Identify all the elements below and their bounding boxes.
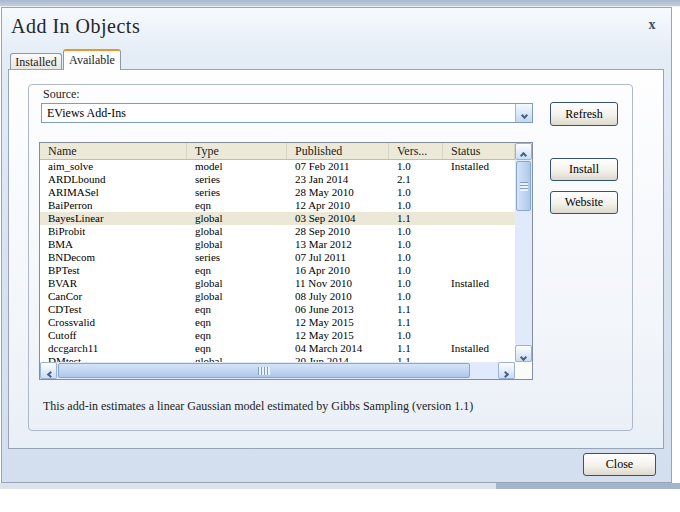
- cell-type: eqn: [187, 303, 287, 316]
- cell-published: 03 Sep 20104: [287, 212, 389, 225]
- table-row[interactable]: BPTesteqn16 Apr 20101.0: [40, 264, 515, 277]
- cell-status: Installed: [443, 342, 515, 355]
- website-button[interactable]: Website: [550, 191, 618, 214]
- table-row[interactable]: ARIMASelseries28 May 20101.0: [40, 186, 515, 199]
- cell-name: Crossvalid: [40, 316, 187, 329]
- cell-published: 12 Apr 2010: [287, 199, 389, 212]
- column-header-type[interactable]: Type: [187, 143, 287, 159]
- table-row[interactable]: BayesLinearglobal03 Sep 201041.1: [40, 212, 515, 225]
- source-combobox[interactable]: EViews Add-Ins: [41, 103, 533, 123]
- background-window-edge: [496, 483, 680, 489]
- scroll-left-button[interactable]: [40, 362, 57, 379]
- horizontal-scroll-thumb[interactable]: [58, 363, 470, 378]
- cell-type: eqn: [187, 342, 287, 355]
- cell-version: 1.0: [389, 225, 443, 238]
- table-header: NameTypePublishedVers...Status: [40, 143, 515, 160]
- cell-name: dccgarch11: [40, 342, 187, 355]
- cell-version: 1.0: [389, 199, 443, 212]
- column-header-version[interactable]: Vers...: [389, 143, 443, 159]
- cell-version: 1.1: [389, 303, 443, 316]
- scroll-down-button[interactable]: [515, 345, 532, 362]
- table-row[interactable]: Cutoffeqn12 May 20151.0: [40, 329, 515, 342]
- cell-name: BMA: [40, 238, 187, 251]
- table-row[interactable]: aim_solvemodel07 Feb 20111.0Installed: [40, 160, 515, 173]
- column-header-name[interactable]: Name: [40, 143, 187, 159]
- cell-name: CanCor: [40, 290, 187, 303]
- cell-type: model: [187, 160, 287, 173]
- cell-published: 04 March 2014: [287, 342, 389, 355]
- cell-version: 1.1: [389, 355, 443, 362]
- cell-version: 1.0: [389, 251, 443, 264]
- table-row[interactable]: ARDLboundseries23 Jan 20142.1: [40, 173, 515, 186]
- cell-type: global: [187, 290, 287, 303]
- vertical-scrollbar[interactable]: [515, 143, 532, 362]
- cell-version: 1.1: [389, 342, 443, 355]
- table-row[interactable]: Crossvalideqn12 May 20151.1: [40, 316, 515, 329]
- refresh-button[interactable]: Refresh: [550, 102, 618, 126]
- install-button[interactable]: Install: [550, 158, 618, 181]
- scroll-right-button[interactable]: [498, 362, 515, 379]
- dialog-title: Add In Objects: [11, 15, 140, 38]
- table-row[interactable]: BiProbitglobal28 Sep 20101.0: [40, 225, 515, 238]
- column-header-status[interactable]: Status: [443, 143, 515, 159]
- cell-version: 1.0: [389, 238, 443, 251]
- cell-status: [443, 329, 515, 342]
- cell-version: 1.0: [389, 277, 443, 290]
- cell-status: [443, 225, 515, 238]
- chevron-left-icon: [46, 371, 53, 378]
- background-window-edge: [0, 0, 680, 7]
- cell-type: global: [187, 225, 287, 238]
- cell-published: 07 Feb 2011: [287, 160, 389, 173]
- cell-status: Installed: [443, 277, 515, 290]
- cell-published: 16 Apr 2010: [287, 264, 389, 277]
- scrollbar-corner: [515, 362, 532, 379]
- cell-type: eqn: [187, 329, 287, 342]
- cell-version: 1.0: [389, 160, 443, 173]
- table-body: aim_solvemodel07 Feb 20111.0InstalledARD…: [40, 160, 515, 362]
- cell-type: series: [187, 251, 287, 264]
- vertical-scroll-thumb[interactable]: [516, 161, 531, 211]
- cell-type: series: [187, 186, 287, 199]
- horizontal-scrollbar[interactable]: [40, 362, 515, 379]
- cell-name: ARDLbound: [40, 173, 187, 186]
- background-window-edge: [0, 483, 496, 489]
- scroll-thumb-grip: [258, 367, 270, 375]
- scroll-up-button[interactable]: [515, 143, 532, 160]
- cell-status: [443, 199, 515, 212]
- column-header-published[interactable]: Published: [287, 143, 389, 159]
- cell-status: [443, 316, 515, 329]
- tab-installed[interactable]: Installed: [10, 53, 62, 70]
- table-row[interactable]: BVARglobal11 Nov 20101.0Installed: [40, 277, 515, 290]
- cell-published: 08 July 2010: [287, 290, 389, 303]
- table-row[interactable]: BaiPerroneqn12 Apr 20101.0: [40, 199, 515, 212]
- table-row[interactable]: DMtestglobal20 Jun 20141.1: [40, 355, 515, 362]
- cell-status: [443, 251, 515, 264]
- cell-type: eqn: [187, 264, 287, 277]
- cell-name: Cutoff: [40, 329, 187, 342]
- cell-published: 07 Jul 2011: [287, 251, 389, 264]
- close-icon[interactable]: x: [643, 16, 661, 34]
- close-button[interactable]: Close: [583, 453, 656, 476]
- cell-name: BiProbit: [40, 225, 187, 238]
- cell-name: BaiPerron: [40, 199, 187, 212]
- tab-available[interactable]: Available: [63, 49, 121, 70]
- cell-published: 13 Mar 2012: [287, 238, 389, 251]
- cell-status: [443, 186, 515, 199]
- table-row[interactable]: CDTesteqn06 June 20131.1: [40, 303, 515, 316]
- cell-name: ARIMASel: [40, 186, 187, 199]
- cell-type: global: [187, 277, 287, 290]
- combo-dropdown-button[interactable]: [515, 104, 532, 122]
- cell-type: eqn: [187, 316, 287, 329]
- table-row[interactable]: CanCorglobal08 July 20101.0: [40, 290, 515, 303]
- cell-name: BPTest: [40, 264, 187, 277]
- cell-name: aim_solve: [40, 160, 187, 173]
- cell-type: global: [187, 212, 287, 225]
- table-row[interactable]: BNDecomseries07 Jul 20111.0: [40, 251, 515, 264]
- add-in-objects-dialog: Add In Objects x Installed Available Sou…: [1, 7, 672, 483]
- table-row[interactable]: dccgarch11eqn04 March 20141.1Installed: [40, 342, 515, 355]
- cell-version: 1.0: [389, 329, 443, 342]
- cell-status: Installed: [443, 160, 515, 173]
- cell-status: [443, 212, 515, 225]
- cell-published: 12 May 2015: [287, 329, 389, 342]
- table-row[interactable]: BMAglobal13 Mar 20121.0: [40, 238, 515, 251]
